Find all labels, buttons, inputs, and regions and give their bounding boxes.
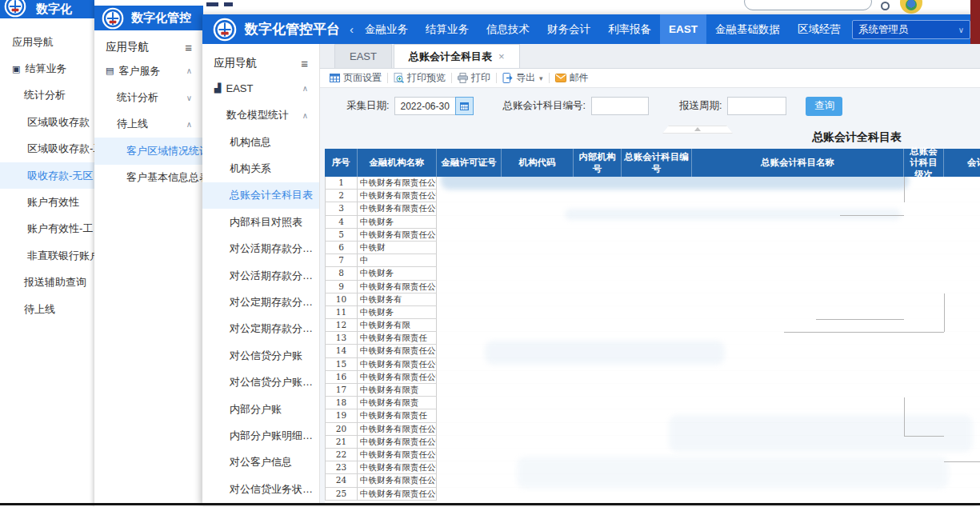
top-menu-item[interactable]: 信息技术 (478, 14, 538, 44)
period-input[interactable] (727, 97, 786, 115)
sidebar-item[interactable]: 内部科目对照表 (202, 209, 319, 235)
nav-scroll-left-icon[interactable]: ‹ (347, 22, 356, 36)
cell-institution-name: 中铁财务有限 (358, 319, 437, 332)
cell-seq: 13 (325, 332, 358, 345)
avatar[interactable] (900, 0, 922, 14)
gridline-fragment (816, 319, 904, 320)
cell-seq: 21 (325, 436, 358, 449)
help-icon[interactable] (881, 2, 890, 10)
print-button[interactable]: 打印 (452, 71, 496, 85)
sidebar-item[interactable]: 对公活期存款分… (202, 236, 319, 262)
sidebar-item[interactable]: 待上线 ∧ (94, 111, 203, 138)
subject-input[interactable] (591, 97, 649, 115)
tab[interactable]: 总账会计全科目表 × (394, 44, 520, 68)
print-preview-button[interactable]: 打印预览 (388, 71, 451, 85)
column-header-label: 内部机构号 (575, 151, 619, 174)
window-bottom-border (0, 503, 980, 505)
filter-bar: 采集日期: 总账会计科目编号: 报送周期: 查询 (320, 88, 980, 124)
top-menu-item[interactable]: 金融业务 (356, 14, 417, 44)
cell-seq: 25 (325, 488, 358, 501)
sidebar-menu: 机构信息 机构关系 总账会计全科目表 (202, 129, 319, 502)
cell-institution-name: 中铁财 (358, 242, 437, 254)
sidebar-item[interactable]: 区域吸收存款-工 (0, 136, 94, 162)
column-header-label: 序号 (332, 157, 350, 168)
close-icon[interactable]: × (498, 45, 505, 69)
window-fragment-dash (206, 2, 218, 6)
crec-logo-icon (102, 7, 124, 30)
top-menu: ‹ 金融业务 结算业务 信息技术 (347, 14, 858, 44)
sidebar-item[interactable]: 对公信贷分户账 (202, 342, 319, 369)
sidebar-item[interactable]: 账户有效性-工 (0, 216, 94, 242)
top-menu-item[interactable]: 结算业务 (417, 14, 478, 44)
cell-seq: 18 (325, 397, 358, 409)
sidebar-item[interactable]: ▣ 结算业务 (0, 55, 94, 82)
top-menu-item[interactable]: 利率报备 (599, 14, 660, 44)
sidebar-item[interactable]: 对公信贷业务状… (202, 476, 319, 502)
date-input[interactable] (394, 97, 455, 115)
sidebar-item-label: 机构关系 (230, 162, 271, 176)
sidebar-item[interactable]: 统计分析 (0, 82, 94, 109)
top-menu-item[interactable]: 财务会计 (538, 14, 599, 44)
hamburger-icon[interactable]: ≡ (301, 57, 308, 70)
sidebar-item-label: 对公定期存款分… (230, 295, 313, 309)
search-input[interactable] (744, 0, 872, 10)
sidebar-subgroup-model-stats[interactable]: 数仓模型统计 ∧ (202, 102, 319, 129)
sidebar-item[interactable]: 非直联银行账户 (0, 242, 94, 269)
sidebar-item[interactable]: 对公信贷分户账… (202, 369, 319, 396)
data-table: 序号 金融机构名称 金融许可证号 机构代码 (325, 149, 980, 505)
table-column-header: 会计科目 (944, 149, 980, 177)
top-menu-item[interactable]: EAST (660, 14, 706, 44)
sidebar-item[interactable]: 机构信息 (202, 129, 319, 155)
cell-seq: 16 (325, 371, 358, 384)
top-menu-item[interactable]: 区域经营 (789, 14, 850, 44)
background-window-fragments (203, 0, 980, 14)
window1-title: 数字化 (36, 2, 72, 17)
sidebar-item[interactable]: 客户区域情况统计 (94, 138, 203, 164)
sidebar-item[interactable]: ▤ 客户服务 ∧ (94, 58, 203, 84)
sidebar-item[interactable]: 内部分户账 (202, 396, 319, 422)
cell-institution-name: 中铁财务 (358, 306, 437, 319)
sidebar-item-label: 账户有效性-工 (27, 222, 93, 236)
user-menu-select[interactable]: 系统管理员 ∨ (852, 20, 970, 39)
export-label: 导出 (516, 71, 535, 85)
page-setup-button[interactable]: 页面设置 (324, 71, 387, 85)
app-title: 数字化管控平台 (245, 20, 340, 38)
chevron-up-icon: ∧ (302, 84, 308, 93)
globe-icon (906, 0, 917, 10)
sidebar-item[interactable]: 总账会计全科目表 (202, 182, 319, 209)
sidebar-item[interactable]: 机构关系 (202, 155, 319, 182)
sidebar-item[interactable]: 吸收存款-无区 (0, 162, 94, 189)
gridline-fragment (904, 397, 905, 436)
tab[interactable]: EAST (334, 44, 392, 68)
hamburger-icon[interactable]: ≡ (185, 41, 192, 54)
sidebar-item[interactable]: 内部分户账明细… (202, 422, 319, 449)
mail-button[interactable]: 邮件 (550, 71, 594, 85)
cell-seq: 7 (325, 254, 358, 267)
cell-seq: 15 (325, 358, 358, 371)
sidebar-item[interactable]: 对公定期存款分… (202, 316, 319, 342)
table-column-header: 序号 (325, 149, 358, 177)
calendar-button[interactable] (455, 97, 474, 115)
export-button[interactable]: 导出 ▾ (497, 71, 549, 85)
sidebar-item[interactable]: 报送辅助查询 (0, 269, 94, 296)
sidebar-item[interactable]: 对公定期存款分… (202, 289, 319, 315)
subject-filter-label: 总账会计科目编号: (502, 99, 585, 113)
crec-logo-icon (213, 18, 237, 42)
cell-institution-name: 中铁财务有限责任公司 (358, 202, 437, 215)
sidebar-item-label: 报送辅助查询 (24, 275, 86, 289)
sidebar-item-label: 机构信息 (230, 135, 271, 150)
sidebar-item[interactable]: 对公活期存款分… (202, 262, 319, 289)
top-menu-item-label: 结算业务 (426, 23, 469, 35)
sidebar-item[interactable]: 区域吸收存款 (0, 109, 94, 135)
sidebar-item[interactable]: 待上线 (0, 296, 94, 322)
query-button[interactable]: 查询 (806, 97, 842, 116)
sidebar-item[interactable]: 对公客户信息 (202, 449, 319, 476)
top-menu-item[interactable]: 金融基础数据 (706, 14, 789, 44)
sidebar-group-east[interactable]: ▟ EAST ∧ (202, 74, 319, 102)
date-filter-label: 采集日期: (346, 99, 389, 113)
sidebar-item-label: 对公信贷分户账… (230, 375, 313, 389)
sidebar-item[interactable]: 账户有效性 (0, 189, 94, 215)
sidebar-item[interactable]: 客户基本信息总表 (94, 165, 203, 191)
sidebar-item[interactable]: 统计分析 ∨ (94, 84, 203, 110)
sidebar-item[interactable]: 应用导航 (0, 29, 94, 55)
